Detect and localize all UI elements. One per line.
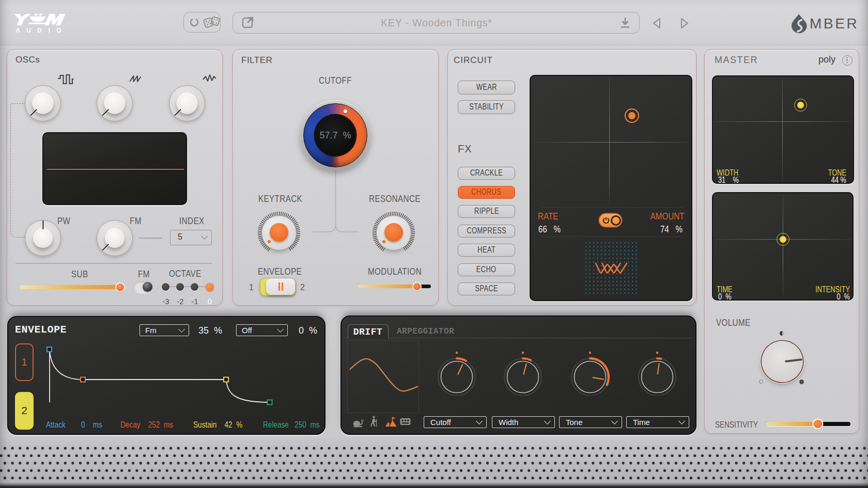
svg-text:AUDIO: AUDIO (16, 27, 68, 34)
